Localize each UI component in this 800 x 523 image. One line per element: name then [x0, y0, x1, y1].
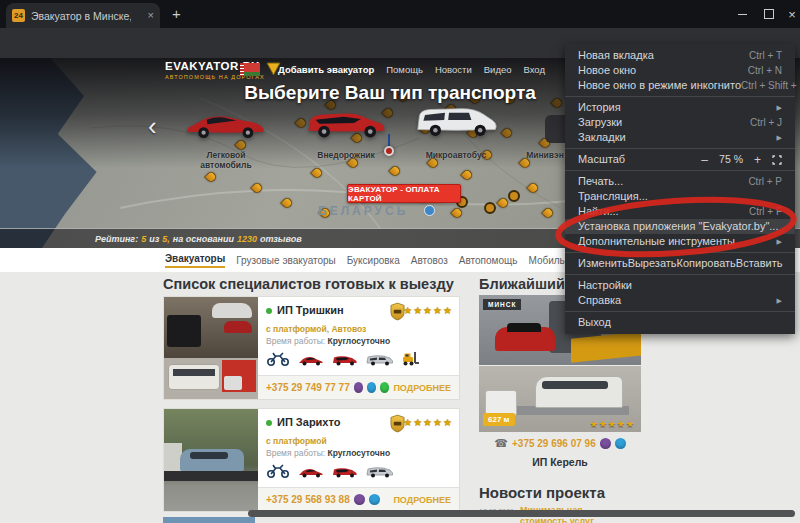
listings-heading: Список специалистов готовых к выезду	[163, 276, 454, 292]
submenu-arrow-icon: ▶	[777, 130, 782, 145]
nearest-owner: ИП Керель	[479, 456, 641, 468]
menu-separator	[565, 252, 795, 253]
belarus-flag-icon	[240, 63, 260, 76]
window-close-button[interactable]: ×	[779, 0, 800, 28]
serviced-vehicles	[266, 350, 420, 366]
map-misc-icon	[424, 205, 435, 216]
browser-tab[interactable]: 24 Эвакуатор в Минске, эвакуаци ×	[6, 3, 160, 28]
nav-help[interactable]: Помощь	[386, 64, 423, 75]
tab-evacuators[interactable]: Эвакуаторы	[165, 253, 225, 268]
carousel-prev-icon[interactable]: ‹	[148, 113, 157, 139]
listing-contact-row: +375 29 749 77 77 ПОДРОБНЕЕ	[258, 375, 459, 399]
nearest-contact-row: ☎ +375 29 696 07 96	[479, 437, 641, 450]
listing-info: ИП Тришкин ★★★★★ с платформой, Автовоз В…	[258, 297, 459, 399]
menu-item-history[interactable]: История▶	[565, 100, 795, 115]
listing-photo[interactable]	[164, 297, 258, 399]
submenu-arrow-icon: ▶	[777, 234, 782, 249]
listing-name[interactable]: ИП Тришкин	[277, 304, 344, 316]
listing-photo[interactable]	[164, 409, 258, 511]
menu-item-print[interactable]: Печать...Ctrl + P	[565, 174, 795, 189]
telegram-icon[interactable]	[369, 494, 380, 505]
tab-car-carrier[interactable]: Автовоз	[411, 255, 448, 266]
nav-news[interactable]: Новости	[435, 64, 472, 75]
listing-name[interactable]: ИП Зарихто	[277, 416, 340, 428]
menu-item-new-tab[interactable]: Новая вкладкаCtrl + T	[565, 48, 795, 63]
nav-login[interactable]: Вход	[524, 64, 546, 75]
listing-card[interactable]: ИП Тришкин ★★★★★ с платформой, Автовоз В…	[163, 296, 460, 400]
rating-suffix: отзывов	[260, 234, 302, 244]
vehicle-label[interactable]: Внедорожник	[298, 150, 394, 160]
listing-tags: с платформой	[266, 436, 327, 446]
rating-score-max: 5,	[162, 234, 170, 244]
rating-of: из	[149, 234, 159, 244]
rating-stars: ★★★★★	[403, 417, 453, 428]
phone-number[interactable]: +375 29 568 93 88	[266, 494, 350, 505]
menu-item-new-window[interactable]: Новое окноCtrl + N	[565, 63, 795, 78]
edit-copy-button[interactable]: Копировать	[677, 256, 736, 271]
menu-item-find[interactable]: Найти...Ctrl + F	[565, 204, 795, 219]
phone-number[interactable]: +375 29 749 77 77	[266, 382, 350, 393]
edit-paste-button[interactable]: Вставить	[736, 256, 783, 271]
menu-item-downloads[interactable]: ЗагрузкиCtrl + J	[565, 115, 795, 130]
menu-item-incognito[interactable]: Новое окно в режиме инкогнитоCtrl + Shif…	[565, 78, 795, 93]
nav-video[interactable]: Видео	[484, 64, 512, 75]
cta-pay-by-card-button[interactable]: ЭВАКУАТОР - ОПЛАТА КАРТОЙ	[347, 184, 461, 203]
phone-number[interactable]: +375 29 696 07 96	[512, 438, 596, 449]
new-tab-icon[interactable]: +	[172, 5, 181, 22]
menu-item-settings[interactable]: Настройки	[565, 278, 795, 293]
minivan-icon	[366, 466, 394, 478]
fullscreen-icon[interactable]	[772, 155, 782, 165]
listing-info: ИП Зарихто ★★★★★ с платформой Время рабо…	[258, 409, 459, 511]
viber-icon[interactable]	[354, 494, 365, 505]
vehicle-partial-icon[interactable]	[545, 115, 565, 143]
tab-roadside-help[interactable]: Автопомощь	[459, 255, 518, 266]
vehicle-sedan-icon[interactable]	[183, 108, 267, 142]
details-button[interactable]: ПОДРОБНЕЕ	[393, 383, 451, 393]
telegram-icon[interactable]	[615, 438, 626, 449]
vehicle-label[interactable]: Легковой автомобиль	[186, 150, 266, 170]
tab-towing[interactable]: Буксировка	[347, 255, 400, 266]
tab-title: Эвакуатор в Минске, эвакуаци	[31, 10, 131, 22]
nearest-photo-2[interactable]: 627 м ★★★★★	[479, 366, 641, 432]
edit-cut-button[interactable]: Вырезать	[628, 256, 677, 271]
nav-add-evacuator[interactable]: Добавить эвакуатор	[278, 64, 374, 75]
online-status-icon	[266, 420, 272, 426]
zoom-in-button[interactable]: +	[754, 154, 761, 166]
rating-prefix: Рейтинг:	[95, 234, 138, 244]
menu-item-more-tools[interactable]: Дополнительные инструменты▶	[565, 234, 795, 249]
viber-icon[interactable]	[600, 438, 611, 449]
menu-item-help[interactable]: Справка▶	[565, 293, 795, 308]
telegram-icon[interactable]	[367, 382, 376, 393]
menu-item-edit: Изменить Вырезать Копировать Вставить	[565, 256, 795, 271]
menu-item-exit[interactable]: Выход	[565, 315, 795, 330]
vehicle-minivan-icon[interactable]	[413, 103, 501, 140]
tab-close-icon[interactable]: ×	[148, 10, 154, 21]
whatsapp-icon[interactable]	[380, 382, 389, 393]
listing-card[interactable]: ИП Зарихто ★★★★★ с платформой Время рабо…	[163, 408, 460, 512]
submenu-arrow-icon: ▶	[777, 293, 782, 308]
horizontal-scrollbar[interactable]	[248, 510, 795, 517]
motorcycle-icon	[266, 350, 290, 366]
listing-contact-row: +375 29 568 93 88 ПОДРОБНЕЕ	[258, 487, 459, 511]
listing-work-hours: Время работы: Круглосуточно	[266, 336, 390, 346]
vehicle-suv-icon[interactable]	[303, 105, 389, 141]
viber-icon[interactable]	[354, 382, 363, 393]
online-status-icon	[266, 308, 272, 314]
suv-icon	[332, 354, 358, 366]
menu-separator	[565, 96, 795, 97]
site-nav: Добавить эвакуатор Помощь Новости Видео …	[278, 64, 545, 75]
menu-separator	[565, 148, 795, 149]
window-minimize-button[interactable]	[729, 0, 755, 28]
browser-tab-bar: 24 Эвакуатор в Минске, эвакуаци × + ×	[0, 0, 800, 28]
sedan-icon	[298, 466, 324, 478]
vehicle-label[interactable]: Микроавтобус	[406, 150, 506, 160]
zoom-level: 75 %	[719, 152, 743, 167]
rating-count: 1230	[237, 234, 257, 244]
menu-item-bookmarks[interactable]: Закладки▶	[565, 130, 795, 145]
menu-item-install-app[interactable]: Установка приложения "Evakyator.by"...	[565, 219, 795, 234]
menu-item-cast[interactable]: Трансляция...	[565, 189, 795, 204]
rating-stars: ★★★★★	[590, 419, 635, 429]
zoom-out-button[interactable]: –	[701, 154, 708, 166]
details-button[interactable]: ПОДРОБНЕЕ	[393, 495, 451, 505]
tab-cargo-evacuators[interactable]: Грузовые эвакуаторы	[236, 255, 336, 266]
